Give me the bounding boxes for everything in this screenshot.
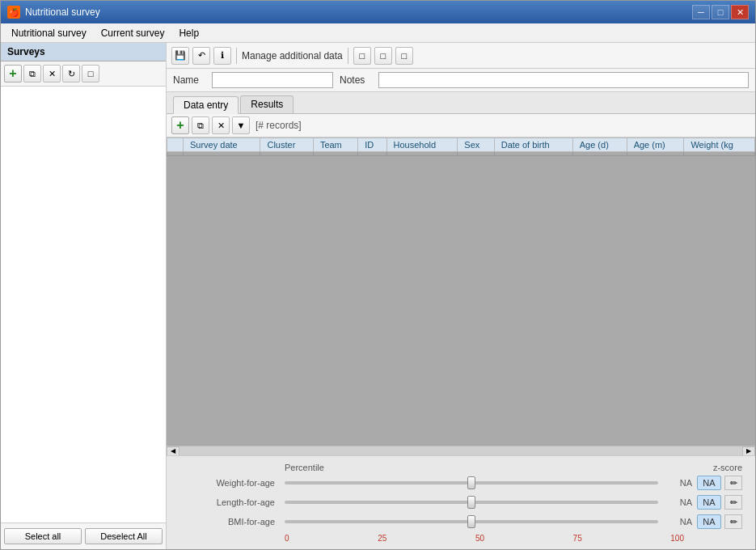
col-dob[interactable]: Date of birth [494,138,572,152]
col-age-d[interactable]: Age (d) [572,138,627,152]
x-label-25: 25 [378,534,386,543]
right-toolbar: 💾 ↶ ℹ Manage additional data □ □ □ [167,43,755,69]
save-button[interactable]: 💾 [171,47,189,65]
metrics-header: Percentile z-score [179,463,742,472]
undo-button[interactable]: ↶ [192,47,210,65]
metric-label-weight: Weight-for-age [179,478,285,488]
data-table: Survey date Cluster Team ID Household Se… [167,138,755,156]
title-bar: 🍎 Nutritional survey ─ □ ✕ [1,1,755,23]
add-survey-button[interactable]: + [4,65,22,82]
col-cluster[interactable]: Cluster [260,138,313,152]
notes-input[interactable] [378,72,749,88]
copy-survey-button[interactable]: ⧉ [23,65,41,82]
bmi-slider-track[interactable] [285,520,658,523]
weight-edit-button[interactable]: ✏ [724,476,742,490]
x-label-100: 100 [670,534,684,543]
bmi-slider-container [285,515,658,528]
info-button[interactable]: ℹ [213,47,231,65]
x-label-75: 75 [573,534,582,543]
weight-na-value: NA [668,478,692,488]
separator2 [348,48,348,64]
length-na-badge: NA [697,495,721,510]
delete-survey-button[interactable]: ✕ [43,65,61,82]
horizontal-scrollbar[interactable]: ◀ ▶ [167,446,755,455]
tab-results[interactable]: Results [240,95,294,113]
weight-na-badge: NA [697,476,721,490]
sidebar-toolbar: + ⧉ ✕ ↻ □ [1,61,166,87]
delete-row-button[interactable]: ✕ [212,116,230,134]
zscore-label: z-score [713,463,742,472]
scroll-right-arrow[interactable]: ▶ [742,446,755,456]
tab-data-entry[interactable]: Data entry [173,96,239,114]
length-slider-thumb[interactable] [467,496,475,509]
length-slider-container [285,496,658,509]
menu-current-survey[interactable]: Current survey [94,25,172,41]
name-input[interactable] [212,72,333,88]
copy-row-button[interactable]: ⧉ [192,116,209,134]
x-label-0: 0 [285,534,289,543]
bmi-na-badge: NA [697,514,721,529]
length-edit-button[interactable]: ✏ [724,495,742,510]
col-team[interactable]: Team [313,138,357,152]
col-id[interactable]: ID [358,138,386,152]
maximize-button[interactable]: □ [712,5,729,19]
metric-row-bmi: BMI-for-age NA NA ✏ [179,514,742,529]
data-table-wrapper[interactable]: Survey date Cluster Team ID Household Se… [167,138,755,446]
extra-btn-3[interactable]: □ [395,47,413,65]
metric-label-bmi: BMI-for-age [179,517,285,527]
col-household[interactable]: Household [386,138,458,152]
col-age-m[interactable]: Age (m) [627,138,684,152]
window-title: Nutritional survey [25,6,100,18]
col-checkbox [167,138,184,152]
weight-slider-thumb[interactable] [467,476,475,489]
filter-button[interactable]: ▼ [232,116,250,134]
scroll-track[interactable] [179,447,742,455]
tab-content-data-entry: + ⧉ ✕ ▼ [# records] Survey date Cluster [167,114,755,549]
length-slider-track[interactable] [285,501,658,504]
x-label-50: 50 [475,534,484,543]
window-controls: ─ □ ✕ [692,5,749,19]
main-window: 🍎 Nutritional survey ─ □ ✕ Nutritional s… [0,0,756,550]
bmi-edit-button[interactable]: ✏ [724,514,742,529]
metric-label-length: Length-for-age [179,497,285,507]
add-row-button[interactable]: + [171,116,189,134]
sidebar: Surveys + ⧉ ✕ ↻ □ Select all Deselect Al… [1,43,167,549]
manage-additional-data-label: Manage additional data [242,50,343,61]
bottom-metrics: Percentile z-score Weight-for-age NA NA [167,455,755,549]
weight-slider-container [285,476,658,489]
select-all-button[interactable]: Select all [4,528,82,544]
minimize-button[interactable]: ─ [692,5,710,19]
metric-row-weight: Weight-for-age NA NA ✏ [179,476,742,490]
scroll-left-arrow[interactable]: ◀ [167,446,179,456]
refresh-survey-button[interactable]: ↻ [62,65,80,82]
table-row [167,152,755,156]
blank-survey-button[interactable]: □ [82,65,99,82]
col-weight[interactable]: Weight (kg [684,138,755,152]
menu-nutritional-survey[interactable]: Nutritional survey [4,25,94,41]
separator [236,48,237,64]
notes-label: Notes [340,74,372,86]
name-notes-row: Name Notes [167,69,755,92]
right-panel: 💾 ↶ ℹ Manage additional data □ □ □ Name … [167,43,755,549]
col-sex[interactable]: Sex [458,138,494,152]
weight-slider-track[interactable] [285,481,658,484]
col-survey-date[interactable]: Survey date [184,138,260,152]
extra-btn-1[interactable]: □ [353,47,371,65]
x-axis-labels: 0 25 50 75 100 [179,534,742,543]
metric-row-length: Length-for-age NA NA ✏ [179,495,742,510]
deselect-all-button[interactable]: Deselect All [85,528,163,544]
bmi-slider-thumb[interactable] [467,515,475,528]
data-toolbar: + ⧉ ✕ ▼ [# records] [167,114,755,138]
sidebar-bottom: Select all Deselect All [1,522,166,549]
app-icon: 🍎 [7,6,20,19]
menu-help[interactable]: Help [171,25,206,41]
bmi-na-value: NA [668,517,692,527]
survey-list[interactable] [1,87,166,522]
name-label: Name [173,74,205,86]
extra-btn-2[interactable]: □ [374,47,392,65]
main-content: Surveys + ⧉ ✕ ↻ □ Select all Deselect Al… [1,43,755,549]
close-button[interactable]: ✕ [731,5,749,19]
length-na-value: NA [668,497,692,507]
percentile-label: Percentile [285,463,324,472]
menu-bar: Nutritional survey Current survey Help [1,23,755,43]
